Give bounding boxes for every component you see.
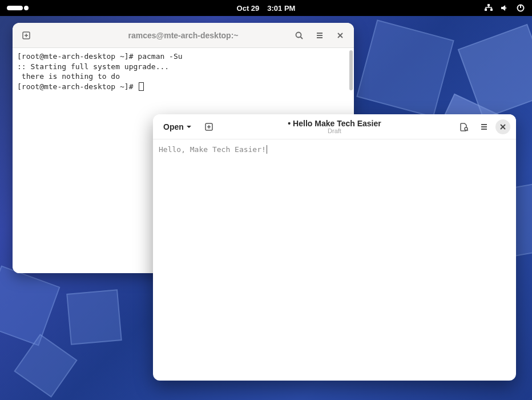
terminal-cursor <box>139 82 144 91</box>
new-tab-button[interactable] <box>17 26 35 45</box>
editor-text-area[interactable]: Hello, Make Tech Easier! <box>153 139 516 381</box>
panel-clock[interactable]: Oct 29 3:01 PM <box>237 4 296 13</box>
scrollbar-thumb[interactable] <box>349 50 353 90</box>
search-button[interactable] <box>290 26 308 45</box>
svg-point-18 <box>465 127 467 130</box>
menu-button[interactable] <box>475 118 493 136</box>
document-subtitle: Draft <box>288 127 381 134</box>
text-editor-window: Open • Hello Make Tech Easier Draft Hell… <box>153 114 516 381</box>
activities-button[interactable] <box>7 6 23 10</box>
terminal-line: [root@mte-arch-desktop ~]# pacman -Su <box>17 52 183 61</box>
volume-icon <box>500 3 509 13</box>
svg-rect-2 <box>490 9 493 11</box>
modified-indicator: • <box>288 119 293 128</box>
svg-line-19 <box>467 130 468 131</box>
close-button[interactable] <box>495 119 510 134</box>
editor-content: Hello, Make Tech Easier! <box>159 145 266 154</box>
svg-rect-0 <box>487 4 490 6</box>
network-icon <box>484 3 493 13</box>
menu-button[interactable] <box>311 26 329 45</box>
chevron-down-icon <box>186 124 192 130</box>
document-title: Hello Make Tech Easier <box>293 119 381 128</box>
svg-point-8 <box>296 32 301 37</box>
gnome-top-panel: Oct 29 3:01 PM <box>0 0 532 16</box>
close-button[interactable] <box>331 26 349 45</box>
terminal-title: ramces@mte-arch-desktop:~ <box>128 31 239 40</box>
system-status-area[interactable] <box>484 3 525 13</box>
open-button-label: Open <box>163 122 184 131</box>
terminal-prompt: [root@mte-arch-desktop ~]# <box>17 82 138 91</box>
text-cursor <box>267 145 267 154</box>
panel-date: Oct 29 <box>237 4 260 13</box>
terminal-headerbar: ramces@mte-arch-desktop:~ <box>13 23 354 48</box>
svg-rect-1 <box>485 9 487 11</box>
new-document-button[interactable] <box>200 118 218 136</box>
power-icon <box>516 3 525 13</box>
svg-line-9 <box>301 37 303 39</box>
open-button[interactable]: Open <box>159 119 196 135</box>
editor-title-block: • Hello Make Tech Easier Draft <box>288 119 381 134</box>
document-info-button[interactable] <box>454 118 473 136</box>
terminal-line: :: Starting full system upgrade... <box>17 62 169 71</box>
terminal-line: there is nothing to do <box>17 72 120 81</box>
editor-headerbar: Open • Hello Make Tech Easier Draft <box>153 114 516 139</box>
panel-time: 3:01 PM <box>267 4 295 13</box>
